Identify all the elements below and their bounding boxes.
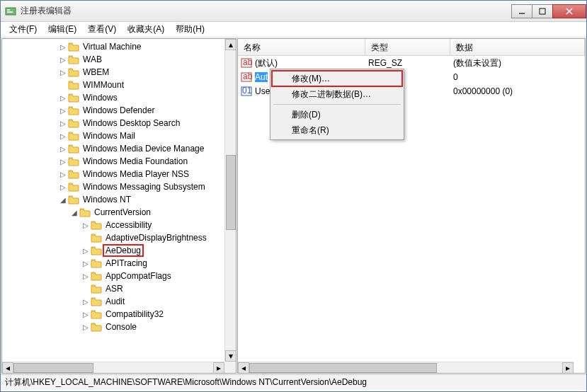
expand-icon[interactable]: ▷ bbox=[81, 323, 90, 331]
tree-scrollbar-v[interactable]: ▴ ▾ bbox=[224, 39, 236, 362]
svg-rect-2 bbox=[7, 11, 13, 13]
folder-icon bbox=[68, 93, 79, 103]
expand-icon[interactable]: ▷ bbox=[59, 43, 67, 51]
folder-icon bbox=[91, 220, 102, 230]
tree-row[interactable]: ▷Windows Messaging Subsystem bbox=[2, 180, 236, 193]
tree-row[interactable]: WIMMount bbox=[2, 79, 236, 91]
context-menu-delete[interactable]: 删除(D) bbox=[272, 107, 402, 122]
tree-row[interactable]: ▷Windows Desktop Search bbox=[2, 117, 236, 129]
minimize-button[interactable] bbox=[511, 4, 532, 18]
tree-row[interactable]: ▷Windows Media Player NSS bbox=[2, 168, 236, 180]
context-menu-rename[interactable]: 重命名(R) bbox=[272, 122, 402, 138]
expand-icon[interactable]: ▷ bbox=[59, 145, 67, 153]
expand-icon[interactable]: ▷ bbox=[81, 298, 90, 306]
scroll-right-icon[interactable]: ▸ bbox=[213, 362, 224, 374]
tree-label: Compatibility32 bbox=[104, 309, 165, 319]
context-menu-modify-binary[interactable]: 修改二进制数据(B)… bbox=[272, 86, 402, 102]
tree-row[interactable]: ▷Accessibility bbox=[2, 219, 236, 231]
value-data: (数值未设置) bbox=[450, 57, 585, 69]
tree-row[interactable]: AdaptiveDisplayBrightness bbox=[2, 231, 236, 244]
value-row[interactable]: ab(默认)REG_SZ(数值未设置) bbox=[238, 56, 585, 70]
expand-icon[interactable]: ▷ bbox=[59, 132, 67, 140]
tree-row[interactable]: ▷Audit bbox=[2, 295, 236, 308]
close-button[interactable] bbox=[552, 4, 586, 18]
tree-row[interactable]: ▷AeDebug bbox=[2, 244, 236, 257]
tree-label: Windows Defender bbox=[81, 105, 156, 115]
tree-panel: ▷Virtual Machine▷WAB▷WBEMWIMMount▷Window… bbox=[1, 38, 236, 374]
expand-icon[interactable]: ▷ bbox=[81, 221, 90, 229]
titlebar[interactable]: 注册表编辑器 bbox=[1, 1, 586, 22]
tree-row[interactable]: ▷Windows Media Device Manage bbox=[2, 142, 236, 155]
scroll-down-icon[interactable]: ▾ bbox=[225, 350, 236, 362]
tree-row[interactable]: ▷Compatibility32 bbox=[2, 308, 236, 321]
folder-icon bbox=[68, 182, 79, 192]
menu-file[interactable]: 文件(F) bbox=[4, 22, 42, 37]
scroll-thumb[interactable] bbox=[226, 155, 236, 230]
tree-row[interactable]: ▷WBEM bbox=[2, 66, 236, 79]
tree-row[interactable]: ASR bbox=[2, 282, 236, 295]
scroll-right-icon[interactable]: ▸ bbox=[562, 362, 574, 374]
expand-icon[interactable]: ▷ bbox=[59, 158, 67, 166]
menu-edit[interactable]: 编辑(E) bbox=[42, 22, 82, 37]
expand-icon[interactable]: ▷ bbox=[59, 69, 67, 76]
tree-row[interactable]: ▷Virtual Machine bbox=[2, 40, 236, 53]
tree-row[interactable]: ▷WAB bbox=[2, 53, 236, 66]
expand-icon[interactable]: ◢ bbox=[70, 209, 79, 217]
scroll-thumb[interactable] bbox=[249, 363, 437, 373]
tree-label: WIMMount bbox=[81, 80, 125, 90]
folder-icon bbox=[68, 144, 79, 154]
column-header-type[interactable]: 类型 bbox=[365, 39, 450, 55]
registry-editor-window: 注册表编辑器 文件(F) 编辑(E) 查看(V) 收藏夹(A) 帮助(H) ▷V… bbox=[0, 0, 587, 392]
column-header-data[interactable]: 数据 bbox=[450, 39, 585, 55]
tree-row[interactable]: ◢CurrentVersion bbox=[2, 206, 236, 219]
menu-favorites[interactable]: 收藏夹(A) bbox=[122, 22, 170, 37]
tree-label: Accessibility bbox=[104, 220, 153, 230]
statusbar: 计算机\HKEY_LOCAL_MACHINE\SOFTWARE\Microsof… bbox=[1, 374, 586, 390]
tree-label: AdaptiveDisplayBrightness bbox=[104, 233, 208, 243]
tree-label: Audit bbox=[104, 296, 126, 306]
tree-label: WAB bbox=[81, 54, 103, 64]
string-value-icon: ab bbox=[241, 71, 252, 83]
tree-label: Windows bbox=[81, 93, 119, 103]
context-menu-modify[interactable]: 修改(M)… bbox=[272, 71, 402, 86]
svg-text:011: 011 bbox=[242, 86, 252, 96]
expand-icon[interactable]: ▷ bbox=[59, 120, 67, 127]
tree-scrollbar-h[interactable]: ◂ ▸ bbox=[2, 362, 224, 373]
tree-row[interactable]: ▷Windows bbox=[2, 91, 236, 104]
svg-rect-4 bbox=[540, 8, 545, 14]
expand-icon[interactable]: ▷ bbox=[59, 56, 67, 64]
context-menu-separator bbox=[273, 104, 401, 105]
dword-value-icon: 011 bbox=[241, 86, 252, 97]
scroll-up-icon[interactable]: ▴ bbox=[225, 39, 236, 50]
folder-icon bbox=[91, 284, 102, 294]
tree-row[interactable]: ◢Windows NT bbox=[2, 193, 236, 206]
expand-icon[interactable]: ▷ bbox=[59, 171, 67, 178]
expand-icon[interactable]: ▷ bbox=[59, 183, 67, 191]
folder-icon bbox=[68, 42, 79, 52]
expand-icon[interactable]: ▷ bbox=[59, 94, 67, 102]
maximize-button[interactable] bbox=[532, 4, 553, 18]
tree-row[interactable]: ▷Console bbox=[2, 321, 236, 333]
column-header-name[interactable]: 名称 bbox=[238, 39, 365, 55]
expand-icon[interactable]: ▷ bbox=[81, 311, 90, 318]
scroll-left-icon[interactable]: ◂ bbox=[2, 362, 13, 374]
menu-help[interactable]: 帮助(H) bbox=[170, 22, 210, 37]
tree-row[interactable]: ▷Windows Mail bbox=[2, 129, 236, 142]
menu-view[interactable]: 查看(V) bbox=[82, 22, 122, 37]
context-menu: 修改(M)… 修改二进制数据(B)… 删除(D) 重命名(R) bbox=[270, 69, 404, 140]
tree-label: APITracing bbox=[104, 258, 149, 268]
expand-icon[interactable]: ▷ bbox=[59, 107, 67, 115]
expand-icon[interactable]: ▷ bbox=[81, 247, 90, 255]
tree-row[interactable]: ▷AppCompatFlags bbox=[2, 270, 236, 282]
tree-row[interactable]: ▷APITracing bbox=[2, 257, 236, 270]
expand-icon[interactable]: ▷ bbox=[81, 260, 90, 267]
expand-icon[interactable]: ▷ bbox=[81, 272, 90, 280]
tree-row[interactable]: ▷Windows Media Foundation bbox=[2, 155, 236, 168]
scroll-left-icon[interactable]: ◂ bbox=[238, 362, 249, 374]
scroll-thumb[interactable] bbox=[13, 363, 93, 373]
folder-icon bbox=[91, 296, 102, 306]
values-scrollbar-h[interactable]: ◂ ▸ bbox=[238, 362, 574, 373]
tree-row[interactable]: ▷Windows Defender bbox=[2, 104, 236, 117]
expand-icon[interactable]: ◢ bbox=[59, 196, 67, 204]
tree-label: Windows Media Foundation bbox=[81, 156, 189, 166]
